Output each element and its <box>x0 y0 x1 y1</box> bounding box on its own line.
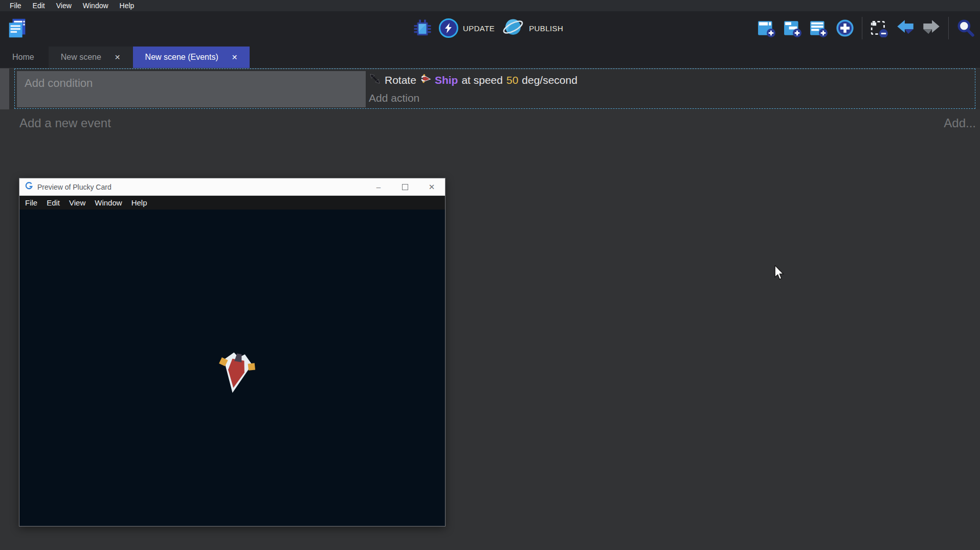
preview-menu-file[interactable]: File <box>23 198 39 207</box>
tab-new-scene[interactable]: New scene ✕ <box>49 47 133 68</box>
preview-menu-help[interactable]: Help <box>129 198 149 207</box>
preview-titlebar[interactable]: Preview of Plucky Card – ✕ <box>19 178 445 196</box>
redo-icon[interactable] <box>922 19 941 37</box>
toolbar-center-group: UPDATE PUBLISH <box>413 11 563 45</box>
mouse-cursor-icon <box>774 265 785 283</box>
tab-close-icon[interactable]: ✕ <box>115 53 121 61</box>
ship-sprite <box>212 348 260 394</box>
add-new-event-button[interactable]: Add a new event <box>19 116 111 130</box>
menu-help[interactable]: Help <box>114 0 140 11</box>
tab-new-scene-events[interactable]: New scene (Events) ✕ <box>133 47 250 68</box>
maximize-icon <box>402 184 408 190</box>
add-event-row: Add a new event Add... <box>0 109 980 136</box>
add-sub-event-icon[interactable] <box>784 19 802 37</box>
publish-button[interactable]: PUBLISH <box>502 16 563 40</box>
rotate-arrows-icon <box>369 73 381 87</box>
tab-new-scene-events-label: New scene (Events) <box>145 53 218 62</box>
preview-window-controls: – ✕ <box>365 178 445 195</box>
delete-event-icon[interactable] <box>870 19 888 37</box>
action-unit: deg/second <box>522 74 577 86</box>
preview-window-title: Preview of Plucky Card <box>37 183 112 191</box>
action-object-name: Ship <box>435 74 458 86</box>
action-connector: at speed <box>461 74 503 86</box>
choose-event-icon[interactable] <box>836 19 854 37</box>
preview-menu-window[interactable]: Window <box>93 198 124 207</box>
action-verb: Rotate <box>385 74 416 86</box>
update-label: UPDATE <box>463 24 495 33</box>
tab-bar: Home New scene ✕ New scene (Events) ✕ <box>0 45 980 68</box>
main-toolbar: UPDATE PUBLISH <box>0 11 980 45</box>
preview-menu-edit[interactable]: Edit <box>44 198 62 207</box>
tab-close-icon[interactable]: ✕ <box>232 53 238 61</box>
publish-label: PUBLISH <box>529 24 563 33</box>
tab-new-scene-label: New scene <box>61 53 101 62</box>
preview-menubar: File Edit View Window Help <box>19 196 445 210</box>
minimize-button[interactable]: – <box>365 178 392 195</box>
menu-edit[interactable]: Edit <box>27 0 51 11</box>
rotate-action[interactable]: Rotate Ship at speed 50 deg/second <box>369 71 974 87</box>
add-more-button[interactable]: Add... <box>944 116 976 130</box>
undo-icon[interactable] <box>896 19 915 37</box>
gdevelop-logo-icon <box>25 181 33 192</box>
menu-file[interactable]: File <box>4 0 27 11</box>
menu-window[interactable]: Window <box>77 0 114 11</box>
preview-menu-view[interactable]: View <box>67 198 87 207</box>
add-event-icon[interactable] <box>758 19 776 37</box>
actions-column: Rotate Ship at speed 50 deg/second Add a… <box>369 71 974 107</box>
publish-planet-icon <box>502 16 524 40</box>
action-value: 50 <box>506 74 518 86</box>
add-condition-placeholder: Add condition <box>25 77 93 89</box>
event-drag-handle[interactable] <box>0 68 9 109</box>
toolbar-separator <box>948 17 949 39</box>
tab-home[interactable]: Home <box>0 47 47 68</box>
maximize-button[interactable] <box>392 178 418 195</box>
add-action-button[interactable]: Add action <box>369 92 974 104</box>
preview-window: Preview of Plucky Card – ✕ File Edit Vie… <box>19 178 446 526</box>
toolbar-right-group <box>758 11 975 45</box>
gdevelop-app-window: File Edit View Window Help <box>0 0 980 550</box>
close-button[interactable]: ✕ <box>418 178 445 195</box>
project-manager-icon[interactable] <box>6 17 30 40</box>
debug-icon[interactable] <box>413 19 432 37</box>
event-row[interactable]: Add condition Rotate <box>0 68 980 109</box>
update-lightning-icon <box>439 18 458 38</box>
menu-view[interactable]: View <box>51 0 77 11</box>
add-comment-icon[interactable] <box>810 19 828 37</box>
tab-home-label: Home <box>12 53 34 62</box>
add-condition-button[interactable]: Add condition <box>17 71 366 107</box>
ship-thumbnail-icon <box>420 73 431 87</box>
toolbar-separator <box>862 17 862 39</box>
update-button[interactable]: UPDATE <box>439 18 495 38</box>
add-action-placeholder: Add action <box>369 92 419 104</box>
search-icon[interactable] <box>956 19 975 37</box>
app-menubar: File Edit View Window Help <box>0 0 980 11</box>
